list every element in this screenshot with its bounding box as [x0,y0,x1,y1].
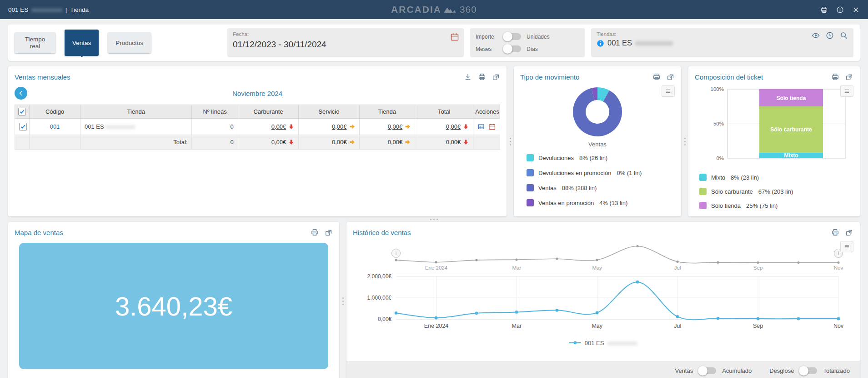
trend-down-icon [463,139,469,145]
legend-item[interactable]: Ventas en promoción 4% (13 lin) [527,199,675,206]
col-total[interactable]: Total [415,105,473,119]
legend-label: Sólo tienda [711,202,741,209]
history-clock-icon[interactable] [826,31,834,40]
row-lineas: 0 [192,119,238,135]
sales-map-tile[interactable]: 3.640,23€ [19,243,328,369]
toggle-knob [503,32,512,41]
data-point[interactable] [837,317,840,321]
data-point[interactable] [395,311,398,315]
panel-resize-handle[interactable] [507,66,514,216]
panel-ventas-mensuales: Ventas mensuales Noviembre 2024 [8,66,507,216]
navigator-point [475,259,477,261]
panel-mapa-ventas: Mapa de ventas 3.640,23€ [8,222,339,380]
chart-menu-button[interactable] [840,241,853,252]
meses-dias-toggle[interactable] [504,45,521,52]
total-value-link[interactable]: 0,00€ [446,123,461,130]
x-axis-label: Ene 2024 [424,323,449,329]
carburante-value-link[interactable]: 0,00€ [271,123,286,130]
legend-color-chip [699,202,707,209]
col-tienda2[interactable]: Tienda [359,105,415,119]
print-icon[interactable] [820,6,828,14]
tab-tiempo-real[interactable]: Tiempo real [15,32,55,53]
print-icon[interactable] [652,73,661,81]
row-store-code: 001 ES [85,123,104,130]
print-icon[interactable] [831,228,839,236]
legend-color-chip [527,169,534,176]
row-checkbox[interactable] [19,123,27,130]
panel-resize-handle[interactable] [681,66,688,216]
title-bar: 001 ES xxxxxxxxxx | Tienda ARCADIA 360 [0,0,868,19]
expand-icon[interactable] [667,73,675,81]
panel-resize-handle[interactable] [339,222,346,380]
select-all-checkbox[interactable] [18,108,26,115]
data-point[interactable] [636,281,639,284]
detail-table-icon[interactable] [477,123,485,130]
store-selector[interactable]: Tiendas: 001 ES xxxxxxxxxx [591,28,853,57]
data-point[interactable] [676,315,679,318]
legend-item[interactable]: Sólo carburante 67% (203 lin) [699,188,853,195]
close-icon[interactable] [852,6,860,14]
legend-item[interactable]: Devoluciones en promoción 0% (1 lin) [527,169,675,176]
legend-item[interactable]: Ventas 88% (288 lin) [527,184,675,191]
row-resize-handle[interactable] [8,216,860,222]
col-tienda[interactable]: Tienda [80,105,192,119]
legend-item[interactable]: Sólo tienda 25% (75 lin) [699,202,853,209]
col-lineas[interactable]: Nº líneas [192,105,238,119]
stacked-bar-chart: 100%50%0%Sólo tiendaSólo carburanteMixto [699,85,849,171]
tab-productos[interactable]: Productos [108,32,151,53]
col-servicio[interactable]: Servicio [299,105,359,119]
data-point[interactable] [435,316,438,320]
legend-item[interactable]: Devoluciones 8% (26 lin) [527,154,675,161]
desglose-totalizado-toggle[interactable] [800,367,817,374]
download-icon[interactable] [464,73,472,81]
legend-item[interactable]: Mixto 8% (23 lin) [699,174,853,181]
data-point[interactable] [515,311,518,314]
data-point[interactable] [757,317,760,321]
importe-unidades-toggle[interactable] [504,33,521,40]
search-icon[interactable] [840,31,848,40]
col-codigo[interactable]: Código [30,105,80,119]
col-carburante[interactable]: Carburante [238,105,298,119]
expand-icon[interactable] [325,228,333,236]
navigator-point [797,261,799,264]
donut-series-label: Ventas [588,141,607,148]
info-icon[interactable] [836,6,844,14]
print-icon[interactable] [831,73,839,81]
eye-icon[interactable] [812,31,820,40]
expand-icon[interactable] [492,73,500,81]
print-icon[interactable] [478,73,486,81]
data-point[interactable] [475,311,478,315]
navigator-x-label: Sep [753,265,763,271]
chart-menu-button[interactable] [662,85,675,97]
data-point[interactable] [596,311,599,315]
store-code-link[interactable]: 001 [50,123,60,130]
table-total-row: Total: 0 0,00€ 0,00€ 0,00€ 0,00€ [15,135,500,150]
navigator-x-label: May [592,265,602,271]
previous-month-button[interactable] [15,87,27,100]
navigator-x-label: Nov [834,265,843,271]
expand-icon[interactable] [845,228,853,236]
chart-legend[interactable]: 001 ES xxxxxxxxxx [353,337,853,348]
calendar-action-icon[interactable] [488,123,496,130]
legend-value: 67% (203 lin) [758,188,793,195]
data-point[interactable] [556,309,559,312]
print-icon[interactable] [311,228,319,236]
toggle-knob [503,44,512,54]
legend-value: 8% (26 lin) [579,155,607,161]
servicio-value-link[interactable]: 0,00€ [332,123,347,130]
store-info-icon[interactable] [597,39,604,47]
date-range-label: Fecha: [233,31,458,37]
data-point[interactable] [717,317,720,320]
ventas-acumulado-toggle[interactable] [699,367,716,374]
data-point[interactable] [797,317,800,321]
chart-menu-button[interactable] [840,85,853,97]
legend-label: Sólo carburante [711,188,753,195]
date-range-picker[interactable]: Fecha: 01/12/2023 - 30/11/2024 [227,28,464,57]
expand-icon[interactable] [845,73,853,81]
store-code: 001 ES [607,39,632,47]
calendar-icon[interactable] [450,32,459,41]
legend-value: 8% (23 lin) [731,174,759,181]
tienda-value-link[interactable]: 0,00€ [388,123,403,130]
tab-ventas[interactable]: Ventas [65,30,99,56]
navigator-point [596,259,598,261]
